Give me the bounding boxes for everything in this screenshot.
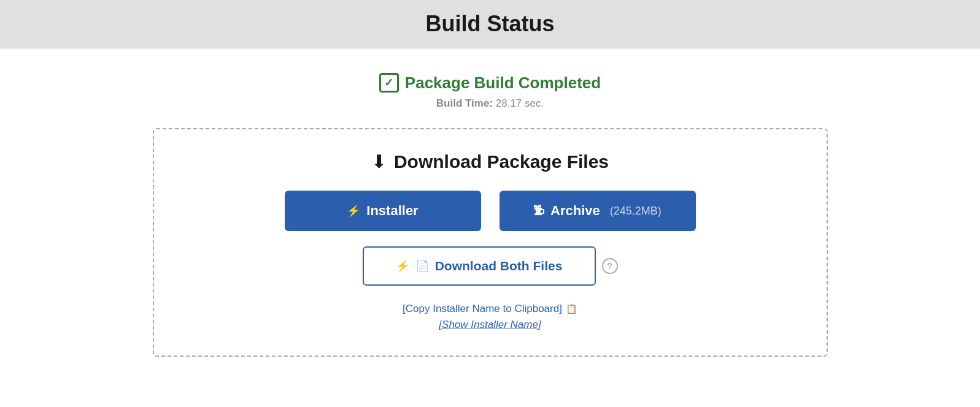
primary-buttons-row: ⚡ Installer 🗜 Archive (245.2MB) — [285, 191, 696, 231]
page-header: Build Status — [0, 0, 980, 48]
archive-file-icon: 🗜 — [533, 205, 544, 218]
archive-button-label: Archive — [550, 203, 600, 219]
installer-button-label: Installer — [366, 203, 418, 219]
main-content: ✓ Package Build Completed Build Time: 28… — [0, 48, 980, 381]
status-completed-row: ✓ Package Build Completed — [379, 73, 601, 93]
show-installer-name-link[interactable]: [Show Installer Name] — [439, 319, 541, 331]
download-title: Download Package Files — [394, 151, 609, 172]
copy-link-label: [Copy Installer Name to Clipboard] — [403, 303, 562, 315]
build-time-label: Build Time: — [436, 97, 493, 109]
show-name-link-label: [Show Installer Name] — [439, 319, 541, 330]
download-header: ⬇ Download Package Files — [371, 151, 609, 172]
page-title: Build Status — [0, 11, 980, 37]
clipboard-icon: 📋 — [566, 303, 577, 314]
status-section: ✓ Package Build Completed Build Time: 28… — [379, 73, 601, 110]
both-lightning-icon: ⚡ — [396, 259, 409, 273]
check-icon: ✓ — [379, 73, 399, 93]
status-completed-text: Package Build Completed — [405, 74, 601, 93]
download-both-wrapper: ⚡ 📄 Download Both Files ? — [363, 246, 618, 286]
download-both-label: Download Both Files — [435, 259, 563, 273]
copy-section: [Copy Installer Name to Clipboard] 📋 [Sh… — [403, 303, 577, 331]
build-time-value: 28.17 sec. — [496, 97, 544, 109]
build-time-row: Build Time: 28.17 sec. — [436, 97, 544, 110]
download-box: ⬇ Download Package Files ⚡ Installer 🗜 A… — [153, 128, 828, 357]
help-icon-label: ? — [607, 261, 612, 271]
both-file-icon: 📄 — [415, 259, 429, 273]
help-icon[interactable]: ? — [602, 258, 618, 274]
installer-button[interactable]: ⚡ Installer — [285, 191, 481, 231]
lightning-icon: ⚡ — [347, 204, 360, 218]
download-both-button[interactable]: ⚡ 📄 Download Both Files — [363, 246, 596, 286]
archive-size: (245.2MB) — [610, 205, 662, 218]
download-tray-icon: ⬇ — [371, 151, 387, 172]
copy-installer-name-link[interactable]: [Copy Installer Name to Clipboard] 📋 — [403, 303, 577, 315]
archive-button[interactable]: 🗜 Archive (245.2MB) — [500, 191, 696, 231]
